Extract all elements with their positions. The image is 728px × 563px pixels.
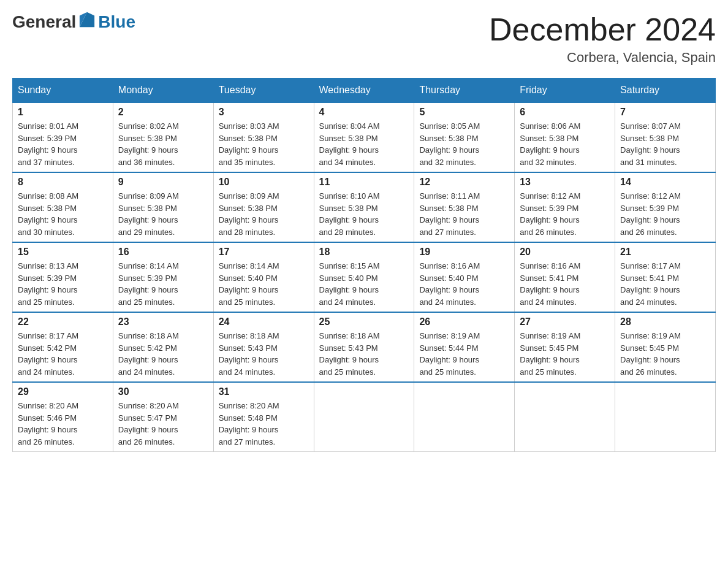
day-number: 3 xyxy=(219,107,309,118)
day-number: 15 xyxy=(18,247,108,258)
day-info: Sunrise: 8:16 AM Sunset: 5:40 PM Dayligh… xyxy=(419,260,509,308)
calendar-cell: 25 Sunrise: 8:18 AM Sunset: 5:43 PM Dayl… xyxy=(314,312,414,382)
calendar-cell: 21 Sunrise: 8:17 AM Sunset: 5:41 PM Dayl… xyxy=(615,242,716,312)
calendar-table: SundayMondayTuesdayWednesdayThursdayFrid… xyxy=(12,78,716,452)
day-info: Sunrise: 8:19 AM Sunset: 5:45 PM Dayligh… xyxy=(520,330,610,378)
calendar-header-row: SundayMondayTuesdayWednesdayThursdayFrid… xyxy=(13,79,716,103)
calendar-cell: 13 Sunrise: 8:12 AM Sunset: 5:39 PM Dayl… xyxy=(515,172,615,242)
calendar-cell xyxy=(515,382,615,452)
calendar-cell xyxy=(615,382,716,452)
day-number: 17 xyxy=(219,247,309,258)
day-info: Sunrise: 8:17 AM Sunset: 5:41 PM Dayligh… xyxy=(620,260,710,308)
day-number: 28 xyxy=(620,316,710,327)
day-number: 26 xyxy=(419,316,509,327)
calendar-cell: 9 Sunrise: 8:09 AM Sunset: 5:38 PM Dayli… xyxy=(113,172,213,242)
day-number: 8 xyxy=(18,177,108,188)
calendar-header-sunday: Sunday xyxy=(13,79,113,103)
page-header: General Blue December 2024 Corbera, Vale… xyxy=(12,12,716,66)
day-info: Sunrise: 8:12 AM Sunset: 5:39 PM Dayligh… xyxy=(620,190,710,238)
calendar-cell: 20 Sunrise: 8:16 AM Sunset: 5:41 PM Dayl… xyxy=(515,242,615,312)
day-number: 20 xyxy=(520,247,610,258)
logo: General Blue xyxy=(12,12,135,32)
calendar-header-wednesday: Wednesday xyxy=(314,79,414,103)
day-info: Sunrise: 8:20 AM Sunset: 5:48 PM Dayligh… xyxy=(219,400,309,448)
day-info: Sunrise: 8:03 AM Sunset: 5:38 PM Dayligh… xyxy=(219,120,309,168)
day-number: 13 xyxy=(520,177,610,188)
calendar-cell: 18 Sunrise: 8:15 AM Sunset: 5:40 PM Dayl… xyxy=(314,242,414,312)
calendar-cell: 28 Sunrise: 8:19 AM Sunset: 5:45 PM Dayl… xyxy=(615,312,716,382)
day-info: Sunrise: 8:20 AM Sunset: 5:47 PM Dayligh… xyxy=(118,400,208,448)
calendar-cell: 2 Sunrise: 8:02 AM Sunset: 5:38 PM Dayli… xyxy=(113,102,213,172)
day-number: 30 xyxy=(118,386,208,397)
calendar-cell: 4 Sunrise: 8:04 AM Sunset: 5:38 PM Dayli… xyxy=(314,102,414,172)
day-number: 2 xyxy=(118,107,208,118)
day-info: Sunrise: 8:14 AM Sunset: 5:40 PM Dayligh… xyxy=(219,260,309,308)
calendar-cell: 15 Sunrise: 8:13 AM Sunset: 5:39 PM Dayl… xyxy=(13,242,113,312)
day-number: 1 xyxy=(18,107,108,118)
calendar-week-row: 29 Sunrise: 8:20 AM Sunset: 5:46 PM Dayl… xyxy=(13,382,716,452)
calendar-cell: 30 Sunrise: 8:20 AM Sunset: 5:47 PM Dayl… xyxy=(113,382,213,452)
day-number: 7 xyxy=(620,107,710,118)
day-info: Sunrise: 8:19 AM Sunset: 5:45 PM Dayligh… xyxy=(620,330,710,378)
calendar-cell: 14 Sunrise: 8:12 AM Sunset: 5:39 PM Dayl… xyxy=(615,172,716,242)
calendar-cell: 7 Sunrise: 8:07 AM Sunset: 5:38 PM Dayli… xyxy=(615,102,716,172)
logo-text-blue: Blue xyxy=(98,12,135,32)
day-info: Sunrise: 8:11 AM Sunset: 5:38 PM Dayligh… xyxy=(419,190,509,238)
day-number: 10 xyxy=(219,177,309,188)
day-number: 11 xyxy=(319,177,409,188)
day-info: Sunrise: 8:15 AM Sunset: 5:40 PM Dayligh… xyxy=(319,260,409,308)
day-info: Sunrise: 8:18 AM Sunset: 5:43 PM Dayligh… xyxy=(219,330,309,378)
day-number: 9 xyxy=(118,177,208,188)
calendar-week-row: 1 Sunrise: 8:01 AM Sunset: 5:39 PM Dayli… xyxy=(13,102,716,172)
day-info: Sunrise: 8:18 AM Sunset: 5:43 PM Dayligh… xyxy=(319,330,409,378)
day-number: 22 xyxy=(18,316,108,327)
calendar-cell: 17 Sunrise: 8:14 AM Sunset: 5:40 PM Dayl… xyxy=(213,242,314,312)
calendar-cell: 6 Sunrise: 8:06 AM Sunset: 5:38 PM Dayli… xyxy=(515,102,615,172)
day-info: Sunrise: 8:06 AM Sunset: 5:38 PM Dayligh… xyxy=(520,120,610,168)
calendar-header-saturday: Saturday xyxy=(615,79,716,103)
calendar-cell: 26 Sunrise: 8:19 AM Sunset: 5:44 PM Dayl… xyxy=(414,312,515,382)
day-info: Sunrise: 8:14 AM Sunset: 5:39 PM Dayligh… xyxy=(118,260,208,308)
day-number: 21 xyxy=(620,247,710,258)
calendar-cell: 22 Sunrise: 8:17 AM Sunset: 5:42 PM Dayl… xyxy=(13,312,113,382)
calendar-cell: 31 Sunrise: 8:20 AM Sunset: 5:48 PM Dayl… xyxy=(213,382,314,452)
day-number: 25 xyxy=(319,316,409,327)
month-title: December 2024 xyxy=(489,12,716,47)
day-number: 5 xyxy=(419,107,509,118)
calendar-cell: 12 Sunrise: 8:11 AM Sunset: 5:38 PM Dayl… xyxy=(414,172,515,242)
day-info: Sunrise: 8:13 AM Sunset: 5:39 PM Dayligh… xyxy=(18,260,108,308)
day-info: Sunrise: 8:19 AM Sunset: 5:44 PM Dayligh… xyxy=(419,330,509,378)
calendar-week-row: 22 Sunrise: 8:17 AM Sunset: 5:42 PM Dayl… xyxy=(13,312,716,382)
day-number: 4 xyxy=(319,107,409,118)
logo-icon xyxy=(78,11,96,28)
day-info: Sunrise: 8:05 AM Sunset: 5:38 PM Dayligh… xyxy=(419,120,509,168)
day-info: Sunrise: 8:20 AM Sunset: 5:46 PM Dayligh… xyxy=(18,400,108,448)
day-info: Sunrise: 8:16 AM Sunset: 5:41 PM Dayligh… xyxy=(520,260,610,308)
day-number: 16 xyxy=(118,247,208,258)
day-number: 29 xyxy=(18,386,108,397)
calendar-cell: 11 Sunrise: 8:10 AM Sunset: 5:38 PM Dayl… xyxy=(314,172,414,242)
day-info: Sunrise: 8:02 AM Sunset: 5:38 PM Dayligh… xyxy=(118,120,208,168)
day-info: Sunrise: 8:09 AM Sunset: 5:38 PM Dayligh… xyxy=(118,190,208,238)
day-number: 14 xyxy=(620,177,710,188)
day-info: Sunrise: 8:01 AM Sunset: 5:39 PM Dayligh… xyxy=(18,120,108,168)
calendar-week-row: 8 Sunrise: 8:08 AM Sunset: 5:38 PM Dayli… xyxy=(13,172,716,242)
day-info: Sunrise: 8:17 AM Sunset: 5:42 PM Dayligh… xyxy=(18,330,108,378)
calendar-cell: 1 Sunrise: 8:01 AM Sunset: 5:39 PM Dayli… xyxy=(13,102,113,172)
calendar-header-friday: Friday xyxy=(515,79,615,103)
day-info: Sunrise: 8:09 AM Sunset: 5:38 PM Dayligh… xyxy=(219,190,309,238)
calendar-cell: 24 Sunrise: 8:18 AM Sunset: 5:43 PM Dayl… xyxy=(213,312,314,382)
day-number: 12 xyxy=(419,177,509,188)
day-number: 19 xyxy=(419,247,509,258)
calendar-cell: 19 Sunrise: 8:16 AM Sunset: 5:40 PM Dayl… xyxy=(414,242,515,312)
day-info: Sunrise: 8:07 AM Sunset: 5:38 PM Dayligh… xyxy=(620,120,710,168)
day-number: 23 xyxy=(118,316,208,327)
calendar-header-thursday: Thursday xyxy=(414,79,515,103)
title-block: December 2024 Corbera, Valencia, Spain xyxy=(489,12,716,66)
day-number: 24 xyxy=(219,316,309,327)
day-info: Sunrise: 8:08 AM Sunset: 5:38 PM Dayligh… xyxy=(18,190,108,238)
day-info: Sunrise: 8:12 AM Sunset: 5:39 PM Dayligh… xyxy=(520,190,610,238)
day-number: 6 xyxy=(520,107,610,118)
day-number: 18 xyxy=(319,247,409,258)
location: Corbera, Valencia, Spain xyxy=(489,50,716,66)
